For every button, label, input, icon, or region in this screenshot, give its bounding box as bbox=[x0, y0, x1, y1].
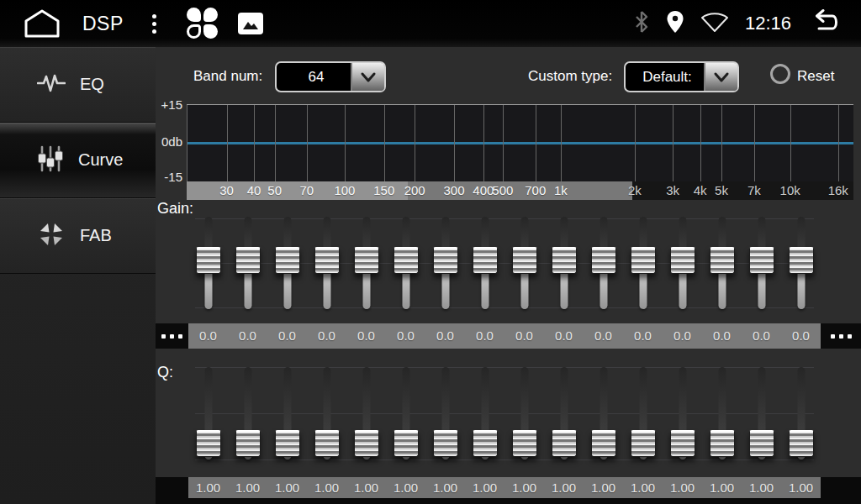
q-slider[interactable] bbox=[425, 361, 465, 470]
gain-overflow-right-button[interactable] bbox=[821, 323, 861, 349]
q-slider[interactable] bbox=[663, 361, 702, 470]
slider-handle[interactable] bbox=[512, 430, 537, 457]
photo-icon[interactable] bbox=[238, 13, 263, 34]
freq-tick-label: 1k bbox=[554, 183, 568, 197]
slider-handle[interactable] bbox=[631, 430, 656, 457]
slider-handle[interactable] bbox=[749, 430, 774, 457]
slider-handle[interactable] bbox=[196, 247, 221, 274]
slider-handle[interactable] bbox=[275, 247, 300, 274]
slider-handle[interactable] bbox=[670, 430, 695, 457]
sidebar-item-fab[interactable]: FAB bbox=[0, 198, 156, 274]
reset-label[interactable]: Reset bbox=[797, 68, 834, 85]
slider-handle[interactable] bbox=[394, 247, 419, 274]
back-arrow-icon[interactable] bbox=[807, 9, 843, 38]
gain-value: 0.0 bbox=[742, 323, 781, 349]
slider-handle[interactable] bbox=[789, 430, 814, 457]
graph-gridline bbox=[754, 105, 755, 182]
slider-handle[interactable] bbox=[235, 247, 261, 274]
q-slider[interactable] bbox=[465, 361, 504, 470]
gain-slider[interactable] bbox=[544, 212, 584, 321]
q-slider[interactable] bbox=[307, 361, 346, 470]
q-slider[interactable] bbox=[623, 361, 663, 470]
reset-radio-button[interactable] bbox=[770, 64, 790, 84]
gain-slider[interactable] bbox=[346, 212, 386, 321]
freq-tick-label: 4k bbox=[694, 183, 707, 197]
slider-handle[interactable] bbox=[512, 247, 537, 274]
freq-tick-label: 30 bbox=[219, 183, 234, 197]
waveform-icon bbox=[37, 71, 66, 99]
gain-slider[interactable] bbox=[386, 212, 425, 321]
chevron-down-icon[interactable] bbox=[351, 63, 384, 91]
sidebar-item-curve[interactable]: Curve bbox=[0, 123, 156, 198]
gain-slider[interactable] bbox=[504, 212, 544, 321]
slider-handle[interactable] bbox=[314, 430, 340, 457]
slider-handle[interactable] bbox=[314, 247, 340, 274]
gain-value: 0.0 bbox=[623, 323, 663, 349]
slider-handle[interactable] bbox=[473, 247, 498, 274]
gain-slider[interactable] bbox=[228, 212, 267, 321]
q-slider[interactable] bbox=[346, 361, 386, 470]
q-slider[interactable] bbox=[781, 361, 821, 470]
graph-gridline bbox=[561, 105, 562, 182]
slider-handle[interactable] bbox=[196, 430, 221, 457]
sidebar-item-eq[interactable]: EQ bbox=[0, 47, 156, 123]
gain-slider[interactable] bbox=[267, 212, 307, 321]
gain-slider[interactable] bbox=[307, 212, 346, 321]
q-slider[interactable] bbox=[386, 361, 425, 470]
slider-handle[interactable] bbox=[670, 247, 695, 274]
home-icon[interactable] bbox=[23, 8, 61, 39]
band-num-dropdown[interactable]: 64 bbox=[275, 61, 386, 92]
freq-tick-label: 700 bbox=[525, 183, 546, 197]
freq-tick-label: 400 bbox=[473, 183, 494, 197]
slider-handle[interactable] bbox=[433, 247, 458, 274]
slider-handle[interactable] bbox=[749, 247, 774, 274]
slider-handle[interactable] bbox=[789, 247, 814, 274]
q-value: 1.00 bbox=[544, 477, 584, 498]
gain-slider[interactable] bbox=[465, 212, 504, 321]
slider-handle[interactable] bbox=[591, 247, 616, 274]
q-slider[interactable] bbox=[584, 361, 623, 470]
sidebar-item-label: FAB bbox=[80, 226, 112, 245]
y-axis-label-max: +15 bbox=[156, 97, 182, 112]
q-slider[interactable] bbox=[188, 361, 228, 470]
q-row-left-pad bbox=[156, 477, 188, 498]
q-slider[interactable] bbox=[228, 361, 267, 470]
q-slider[interactable] bbox=[742, 361, 781, 470]
custom-type-dropdown[interactable]: Default: bbox=[624, 61, 739, 92]
gain-slider[interactable] bbox=[623, 212, 663, 321]
q-slider[interactable] bbox=[267, 361, 307, 470]
gain-slider[interactable] bbox=[188, 212, 228, 321]
q-slider[interactable] bbox=[544, 361, 584, 470]
clover-apps-icon[interactable] bbox=[187, 8, 219, 39]
q-slider[interactable] bbox=[504, 361, 544, 470]
slider-handle[interactable] bbox=[710, 430, 735, 457]
gain-slider[interactable] bbox=[584, 212, 623, 321]
slider-handle[interactable] bbox=[235, 430, 261, 457]
freq-axis: 304050701001502003004005007001k2k3k4k5k7… bbox=[187, 181, 853, 200]
location-pin-icon bbox=[666, 10, 684, 37]
gain-slider[interactable] bbox=[781, 212, 821, 321]
chevron-down-icon[interactable] bbox=[704, 63, 737, 91]
slider-handle[interactable] bbox=[354, 430, 379, 457]
gain-overflow-left-button[interactable] bbox=[156, 323, 188, 349]
y-axis-label-min: -15 bbox=[156, 170, 182, 184]
slider-handle[interactable] bbox=[631, 247, 656, 274]
slider-handle[interactable] bbox=[275, 430, 300, 457]
freq-tick-label: 16k bbox=[828, 183, 848, 197]
gain-slider[interactable] bbox=[663, 212, 702, 321]
slider-handle[interactable] bbox=[552, 247, 577, 274]
slider-handle[interactable] bbox=[394, 430, 419, 457]
gain-slider[interactable] bbox=[742, 212, 781, 321]
freq-tick-label: 3k bbox=[666, 183, 679, 197]
slider-handle[interactable] bbox=[354, 247, 379, 274]
gain-slider[interactable] bbox=[702, 212, 742, 321]
slider-handle[interactable] bbox=[552, 430, 577, 457]
graph-gridline bbox=[454, 105, 455, 182]
slider-handle[interactable] bbox=[710, 247, 735, 274]
q-slider[interactable] bbox=[702, 361, 742, 470]
gain-slider[interactable] bbox=[425, 212, 465, 321]
slider-handle[interactable] bbox=[591, 430, 616, 457]
slider-handle[interactable] bbox=[433, 430, 458, 457]
kebab-menu-icon[interactable] bbox=[147, 9, 161, 39]
slider-handle[interactable] bbox=[473, 430, 498, 457]
